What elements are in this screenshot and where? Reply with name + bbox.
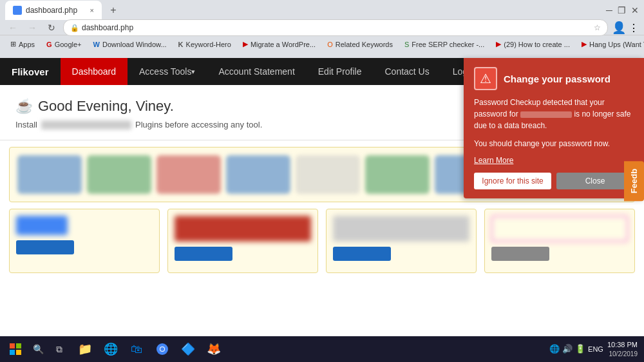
app6-icon: 🦊 [207,342,221,356]
taskbar-app6[interactable]: 🦊 [202,338,225,361]
menu-icon[interactable]: ⋮ [629,22,639,34]
tool-card-6 [365,155,430,194]
bookmark-apps[interactable]: ⊞ Apps [5,39,40,50]
refresh-button[interactable]: ↻ [44,20,59,35]
bookmark-download[interactable]: W Download Window... [88,39,172,50]
nav-edit-profile[interactable]: Edit Profile [307,58,374,85]
card-btn-4[interactable] [491,247,549,261]
popup-buttons: Ignore for this site Close [474,173,634,189]
sys-tray-icons: 🌐 🔊 🔋 ENG [549,344,603,354]
taskbar-clock[interactable]: 10:38 PM 10/2/2019 [607,340,638,357]
card-btn-1[interactable] [16,240,74,254]
search-icon: 🔍 [33,344,44,354]
taskbar-app5[interactable]: 🔷 [176,338,200,361]
minimize-button[interactable]: ─ [606,5,612,15]
popup-close-button[interactable]: Close [556,173,634,189]
address-bar[interactable]: 🔒 dashboard.php ☆ [63,19,608,36]
bookmark-yt2-label: Hang Ups (Want Yo... [589,41,644,48]
taskbar: 🔍 ⧉ 📁 🌐 🛍 🔷 🦊 🌐 🔊 [0,336,644,362]
svg-rect-1 [16,343,21,348]
card-btn-2[interactable] [175,247,232,261]
task-view-button[interactable]: ⧉ [48,338,71,361]
start-button[interactable] [3,338,28,361]
network-icon[interactable]: 🌐 [549,344,560,354]
coffee-icon: ☕ [15,98,33,115]
related-favicon: O [327,41,333,48]
keyword-favicon: K [178,41,184,48]
tab-title: dashboard.php [26,6,77,15]
tool-card-5 [296,155,360,194]
taskbar-edge[interactable]: 🌐 [99,338,122,361]
bookmark-serp-label: Free SERP checker -... [412,41,484,48]
bookmark-serp[interactable]: S Free SERP checker -... [399,39,489,50]
popup-title: Change your password [504,73,611,84]
nav-access-tools[interactable]: Access Tools [128,58,207,85]
ignore-button[interactable]: Ignore for this site [474,173,551,189]
taskbar-file-explorer[interactable]: 📁 [73,338,97,361]
site-name-blur [520,111,572,118]
yt2-favicon: ▶ [582,40,587,48]
migrate-favicon: ▶ [243,40,248,48]
lock-icon: 🔒 [70,24,79,32]
site-logo[interactable]: Flikover [0,58,61,85]
browser-tab[interactable]: dashboard.php × [5,1,102,20]
learn-more-link[interactable]: Learn More [474,156,634,165]
bookmark-yt1-label: (29) How to create ... [504,41,570,48]
tab-favicon [13,6,22,15]
bookmark-related[interactable]: O Related Keywords [322,39,398,50]
warning-icon: ⚠ [474,67,497,90]
download-favicon: W [93,41,100,48]
feedback-tab[interactable]: Feedb [624,161,644,201]
edge-icon: 🌐 [104,342,118,356]
profile-icon[interactable]: 👤 [612,21,626,35]
bookmark-apps-label: Apps [19,41,35,48]
volume-icon[interactable]: 🔊 [562,344,573,354]
card-content-4 [491,216,628,242]
warning-triangle-icon: ⚠ [480,71,491,86]
folder-icon: 📁 [78,342,92,356]
bookmark-keyword[interactable]: K Keyword-Hero [173,39,236,50]
nav-dashboard[interactable]: Dashboard [61,58,128,85]
plugin-name-blur [41,120,131,129]
password-change-popup: ⚠ Change your password Password Checkup … [464,58,644,198]
bottom-card-1 [9,209,160,273]
tool-card-4 [226,155,290,194]
bottom-card-4 [484,209,635,273]
tab-close-btn[interactable]: × [90,6,94,14]
taskbar-chrome[interactable] [151,338,174,361]
card-btn-3[interactable] [333,247,391,261]
bookmark-migrate-label: Migrate a WordPre... [251,41,316,48]
card-logo-1 [16,216,68,235]
bookmark-google-label: Google+ [55,41,82,48]
bottom-cards-row [9,209,635,273]
bookmark-youtube1[interactable]: ▶ (29) How to create ... [491,39,575,50]
bookmark-google[interactable]: G Google+ [41,39,86,50]
language-label: ENG [588,345,603,353]
card-content-3 [333,216,469,242]
bookmark-youtube2[interactable]: ▶ Hang Ups (Want Yo... [576,39,644,50]
tool-card-2 [87,155,151,194]
battery-icon[interactable]: 🔋 [575,344,585,354]
back-button[interactable]: ← [5,20,21,35]
bookmark-keyword-label: Keyword-Hero [186,41,231,48]
bookmark-download-label: Download Window... [102,41,167,48]
apps-icon: ⊞ [10,40,16,48]
bookmark-migrate[interactable]: ▶ Migrate a WordPre... [238,39,321,50]
svg-point-6 [160,347,164,351]
star-icon[interactable]: ☆ [594,23,601,32]
restore-button[interactable]: ❐ [618,5,626,15]
forward-button[interactable]: → [24,20,40,35]
greeting-text: Good Evening, Viney. [38,98,174,115]
close-button[interactable]: ✕ [631,5,639,15]
taskbar-store[interactable]: 🛍 [125,338,148,361]
new-tab-button[interactable]: + [104,1,122,19]
title-bar: dashboard.php × + ─ ❐ ✕ [0,0,644,21]
app5-icon: 🔷 [181,342,195,356]
taskbar-right-section: 🌐 🔊 🔋 ENG 10:38 PM 10/2/2019 [549,340,641,357]
nav-account-statement[interactable]: Account Statement [207,58,306,85]
serp-favicon: S [404,41,409,48]
bottom-card-3 [326,209,477,273]
search-button[interactable]: 🔍 [28,338,48,361]
install-label: Install [15,120,37,129]
nav-contact-us[interactable]: Contact Us [373,58,440,85]
